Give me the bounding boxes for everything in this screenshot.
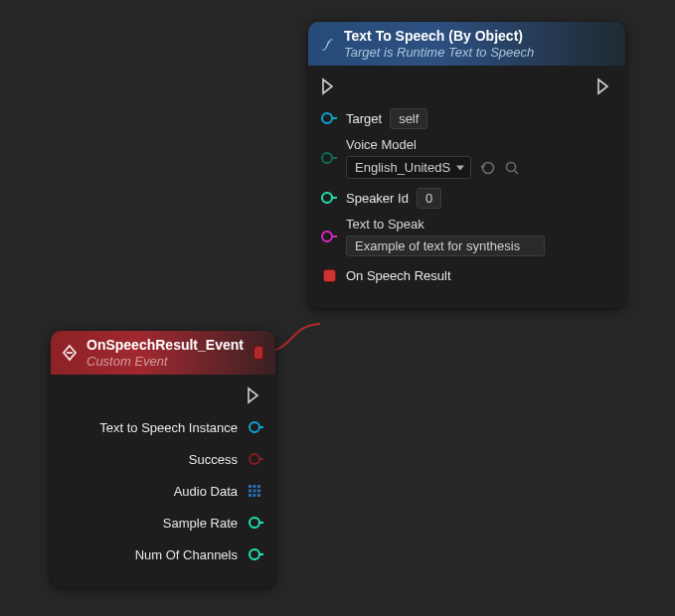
on-speech-result-pin[interactable] [320, 266, 338, 284]
svg-point-0 [322, 113, 332, 123]
event-icon [61, 344, 79, 362]
text-to-speak-pin[interactable] [320, 228, 338, 245]
target-value[interactable]: self [390, 108, 427, 129]
function-icon: 𝑓 [318, 35, 336, 53]
speaker-id-pin[interactable] [320, 189, 338, 207]
instance-label: Text to Speech Instance [99, 420, 238, 435]
svg-point-1 [322, 153, 332, 163]
svg-point-6 [250, 422, 259, 432]
svg-point-7 [250, 454, 259, 464]
node-subtitle: Target is Runtime Text to Speech [344, 45, 534, 61]
audio-data-pin[interactable] [246, 482, 263, 500]
target-label: Target [346, 111, 382, 126]
voice-model-dropdown[interactable]: English_UnitedS [346, 156, 471, 179]
svg-rect-8 [249, 485, 252, 488]
svg-rect-13 [257, 490, 260, 493]
voice-model-label: Voice Model [346, 137, 521, 152]
num-channels-label: Num Of Channels [135, 547, 238, 562]
node-title: OnSpeechResult_Event [86, 337, 244, 354]
svg-rect-10 [257, 485, 260, 488]
exec-in-pin[interactable] [320, 77, 338, 95]
delegate-out-pin[interactable] [253, 346, 263, 360]
success-label: Success [189, 452, 238, 467]
node-text-to-speech[interactable]: 𝑓 Text To Speech (By Object) Target is R… [308, 22, 625, 308]
speaker-id-label: Speaker Id [346, 191, 409, 206]
svg-point-17 [250, 518, 259, 528]
node-title: Text To Speech (By Object) [344, 28, 534, 45]
exec-out-pin[interactable] [595, 77, 613, 95]
exec-out-pin[interactable] [246, 386, 263, 404]
text-to-speak-label: Text to Speak [346, 217, 545, 231]
target-pin[interactable] [320, 109, 338, 127]
svg-point-18 [250, 549, 259, 559]
browse-icon[interactable] [503, 159, 521, 177]
node-header[interactable]: 𝑓 Text To Speech (By Object) Target is R… [308, 22, 625, 66]
svg-point-5 [322, 231, 332, 241]
svg-rect-16 [257, 494, 260, 497]
svg-rect-11 [249, 490, 252, 493]
svg-rect-14 [249, 494, 252, 497]
svg-point-3 [507, 162, 516, 171]
on-speech-result-label: On Speech Result [346, 268, 451, 283]
svg-rect-9 [253, 485, 256, 488]
node-on-speech-result-event[interactable]: OnSpeechResult_Event Custom Event Text t… [51, 331, 275, 587]
node-subtitle: Custom Event [86, 354, 244, 370]
text-to-speak-value[interactable]: Example of text for synthesis [346, 235, 545, 256]
instance-pin[interactable] [246, 418, 263, 436]
svg-rect-15 [253, 494, 256, 497]
svg-point-4 [322, 193, 332, 203]
num-channels-pin[interactable] [246, 545, 263, 563]
success-pin[interactable] [246, 450, 263, 468]
sample-rate-pin[interactable] [246, 514, 263, 532]
audio-data-label: Audio Data [174, 484, 238, 499]
svg-rect-12 [253, 490, 256, 493]
speaker-id-value[interactable]: 0 [417, 188, 441, 209]
voice-model-pin[interactable] [320, 149, 338, 167]
sample-rate-label: Sample Rate [163, 516, 238, 531]
node-header[interactable]: OnSpeechResult_Event Custom Event [51, 331, 275, 375]
reset-icon[interactable] [479, 159, 497, 177]
